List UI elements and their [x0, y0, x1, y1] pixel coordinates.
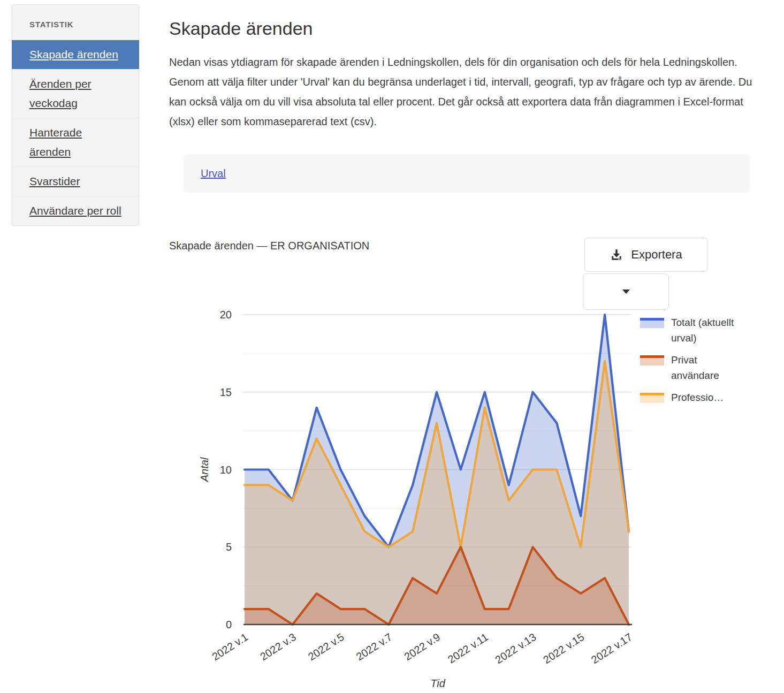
legend-swatch [640, 393, 664, 403]
y-tick-label: 10 [220, 464, 232, 476]
y-axis-title: Antal [199, 457, 210, 482]
caret-down-icon [622, 290, 630, 294]
legend-item: Totalt (aktuellt urval) [640, 315, 742, 346]
chart-legend: Totalt (aktuellt urval)Privat användareP… [640, 315, 742, 412]
x-tick-label: 2022 v.13 [493, 631, 538, 666]
x-tick-label: 2022 v.1 [210, 631, 250, 662]
y-tick-label: 0 [226, 619, 232, 630]
y-tick-label: 20 [220, 309, 232, 321]
sidebar-item-skapade-arenden[interactable]: Skapade ärenden [12, 40, 139, 70]
x-tick-label: 2022 v.5 [306, 631, 346, 662]
x-tick-label: 2022 v.17 [589, 631, 634, 666]
chart-title: Skapade ärenden — ER ORGANISATION [169, 240, 369, 252]
y-tick-label: 15 [220, 386, 232, 398]
legend-item: Privat användare [640, 352, 742, 383]
legend-label: Privat användare [671, 352, 738, 383]
urval-panel: Urval [184, 154, 750, 193]
urval-link[interactable]: Urval [201, 167, 226, 180]
sidebar-item-anvandare-per-roll[interactable]: Användare per roll [12, 196, 139, 225]
x-tick-label: 2022 v.15 [541, 631, 586, 666]
x-tick-label: 2022 v.11 [446, 631, 490, 666]
sidebar-item-hanterade-arenden[interactable]: Hanterade ärenden [12, 118, 139, 167]
page-title: Skapade ärenden [169, 18, 313, 39]
legend-label: Totalt (aktuellt urval) [671, 315, 738, 346]
x-tick-label: 2022 v.9 [402, 631, 442, 662]
y-tick-label: 5 [226, 541, 232, 553]
sidebar-item-svarstider[interactable]: Svarstider [12, 167, 139, 196]
x-tick-label: 2022 v.7 [354, 631, 394, 662]
page-description: Nedan visas ytdiagram för skapade ärende… [169, 52, 758, 132]
x-tick-label: 2022 v.3 [258, 631, 298, 662]
legend-label: Professio… [671, 390, 738, 405]
export-button-label: Exportera [631, 248, 682, 262]
sidebar-item-arenden-per-veckodag[interactable]: Ärenden per veckodag [12, 70, 139, 118]
x-axis-title: Tid [430, 677, 445, 689]
export-button[interactable]: Exportera [584, 238, 707, 272]
legend-swatch [640, 318, 664, 328]
legend-swatch [640, 355, 664, 365]
legend-item: Professio… [640, 390, 742, 405]
statistics-sidebar: STATISTIK Skapade ärenden Ärenden per ve… [12, 4, 139, 226]
sidebar-header: STATISTIK [12, 5, 139, 40]
download-icon [610, 248, 623, 262]
